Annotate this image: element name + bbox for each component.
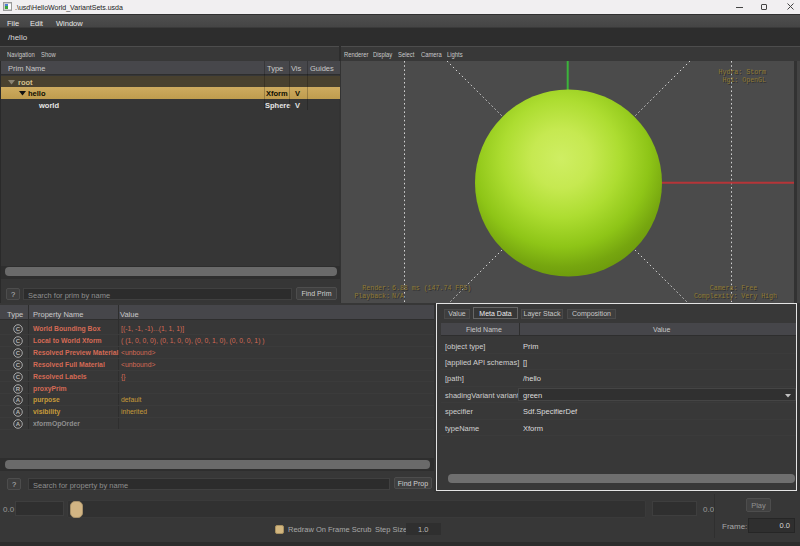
svg-text:A: A <box>16 398 21 404</box>
svg-text:R: R <box>16 386 21 392</box>
svg-text:C: C <box>16 326 21 332</box>
svg-text:C: C <box>16 374 21 380</box>
svg-text:A: A <box>16 421 21 427</box>
svg-text:C: C <box>16 350 21 356</box>
svg-text:A: A <box>16 410 21 416</box>
svg-text:C: C <box>16 338 21 344</box>
svg-text:C: C <box>16 362 21 368</box>
